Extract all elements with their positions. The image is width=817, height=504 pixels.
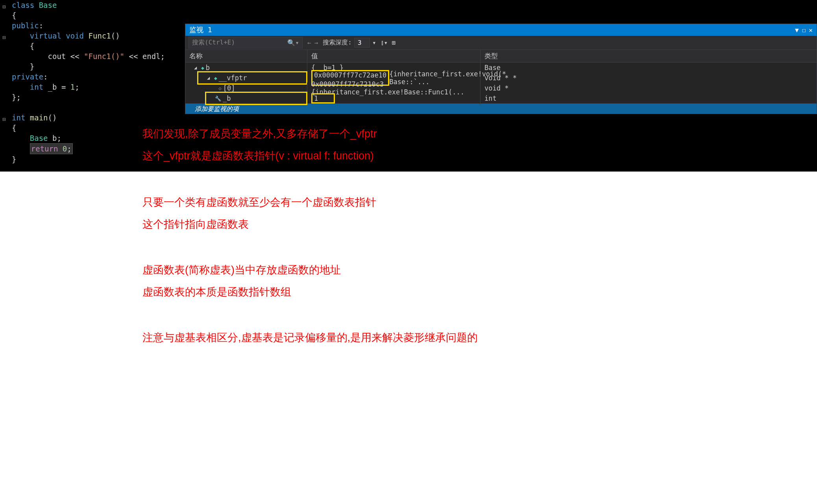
keyword-int: int: [12, 113, 25, 122]
field-icon: 🔧: [215, 96, 221, 102]
string-literal: "Func1()": [84, 52, 124, 61]
object-icon: ◆: [214, 75, 217, 81]
depth-value[interactable]: 3: [354, 38, 370, 48]
annotation-overlay: 我们发现,除了成员变量之外,又多存储了一个_vfptr 这个_vfptr就是虚函…: [142, 123, 377, 167]
cout: cout: [48, 52, 66, 61]
toolbar-icons: ⫿▾ ⊞: [381, 39, 396, 46]
var-type: int: [481, 93, 817, 104]
annotation-block-2: 虚函数表(简称虚表)当中存放虚函数的地址 虚函数表的本质是函数指针数组: [142, 259, 675, 303]
annotation-block-1: 只要一个类有虚函数就至少会有一个虚函数表指针 这个指针指向虚函数表: [142, 191, 675, 235]
depth-label: 搜索深度:: [323, 39, 352, 47]
object-icon: ◆: [201, 65, 204, 71]
col-header-value[interactable]: 值: [307, 50, 481, 62]
annotation-line-2: 这个_vfptr就是虚函数表指针(v : virtual f: function…: [142, 145, 377, 167]
nav-arrows: ← →: [307, 39, 318, 46]
search-placeholder: 搜索(Ctrl+E): [192, 39, 235, 47]
bottom-section: 只要一个类有虚函数就至少会有一个虚函数表指针 这个指针指向虚函数表 虚函数表(简…: [0, 172, 817, 392]
watch-panel: 监视 1 ▼ ☐ ✕ 搜索(Ctrl+E) 🔍▾ ← → 搜索深度:: [185, 24, 817, 114]
annotation-line-1: 我们发现,除了成员变量之外,又多存储了一个_vfptr: [142, 123, 377, 145]
annotation-text: 注意与虚基表相区分,虚基表是记录偏移量的,是用来解决菱形继承问题的: [142, 327, 675, 349]
close-icon[interactable]: ✕: [809, 26, 813, 34]
watch-row-vfptr[interactable]: ◢◆ __vfptr 0x00007ff77c72ae10{inheritanc…: [185, 73, 817, 83]
var-name: _b: [223, 94, 231, 102]
keyword-virtual: virtual: [30, 31, 61, 40]
titlebar-controls: ▼ ☐ ✕: [795, 26, 813, 34]
watch-header: 名称 值 类型: [185, 50, 817, 63]
col-header-type[interactable]: 类型: [481, 50, 817, 62]
keyword-class: class: [12, 1, 34, 9]
annotation-text: 这个指针指向虚函数表: [142, 213, 675, 235]
watch-toolbar: 搜索(Ctrl+E) 🔍▾ ← → 搜索深度: 3 ▾ ⫿▾ ⊞: [185, 36, 817, 50]
var-type: void *: [481, 83, 817, 94]
annotation-block-3: 注意与虚基表相区分,虚基表是记录偏移量的,是用来解决菱形继承问题的: [142, 327, 675, 349]
var-b: b: [52, 134, 57, 142]
main-func: main: [30, 113, 48, 122]
number-literal: 0: [63, 144, 67, 153]
watch-title: 监视 1: [189, 25, 212, 35]
member-var: _b: [48, 83, 57, 91]
dropdown-icon[interactable]: ▼: [795, 26, 799, 34]
current-line: return 0;: [30, 143, 73, 154]
fold-icon[interactable]: ⊟: [2, 2, 6, 12]
bmem-value: 1: [311, 93, 335, 103]
annotation-text: 只要一个类有虚函数就至少会有一个虚函数表指针: [142, 191, 675, 213]
keyword-void: void: [66, 31, 84, 40]
depth-dropdown-icon[interactable]: ▾: [372, 39, 376, 46]
var-name: __vfptr: [219, 74, 247, 82]
keyword-return: return: [31, 144, 58, 153]
element-icon: ◇: [218, 85, 222, 91]
endl: endl: [142, 52, 161, 61]
search-input[interactable]: 搜索(Ctrl+E) 🔍▾: [189, 37, 303, 48]
expand-icon[interactable]: ◢: [207, 75, 213, 81]
var-type: Base: [481, 62, 817, 73]
fold-icon[interactable]: ⊟: [2, 114, 6, 124]
expand-icon[interactable]: ◢: [194, 65, 200, 70]
keyword-private: private: [12, 72, 43, 81]
annotation-text: 虚函数表(简称虚表)当中存放虚函数的地址: [142, 259, 675, 281]
col-header-name[interactable]: 名称: [185, 50, 307, 62]
annotation-text: 虚函数表的本质是函数指针数组: [142, 281, 675, 303]
prev-icon[interactable]: ←: [307, 39, 311, 46]
keyword-int: int: [30, 83, 43, 91]
watch-row-bmem[interactable]: 🔧 _b 1 int: [185, 93, 817, 103]
keyword-public: public: [12, 21, 39, 30]
var-type: void * *: [481, 72, 817, 83]
type-base: Base: [30, 134, 48, 142]
func-name: Func1: [89, 31, 111, 40]
filter-icon[interactable]: ⫿▾: [381, 39, 388, 46]
var-name: [0]: [223, 84, 235, 92]
maximize-icon[interactable]: ☐: [802, 26, 806, 34]
search-icon[interactable]: 🔍▾: [287, 39, 299, 46]
number-literal: 1: [70, 83, 75, 91]
var-name: b: [206, 64, 210, 72]
watch-titlebar[interactable]: 监视 1 ▼ ☐ ✕: [185, 24, 817, 36]
class-name: Base: [39, 1, 57, 9]
code-gutter: ⊟ ⊟ ⊟: [0, 0, 9, 172]
view-icon[interactable]: ⊞: [392, 39, 396, 46]
depth-control: 搜索深度: 3 ▾: [323, 38, 376, 48]
next-icon[interactable]: →: [314, 39, 318, 46]
top-section: ⊟ ⊟ ⊟ class Base { public: virtual void …: [0, 0, 817, 172]
fold-icon[interactable]: ⊟: [2, 32, 6, 42]
